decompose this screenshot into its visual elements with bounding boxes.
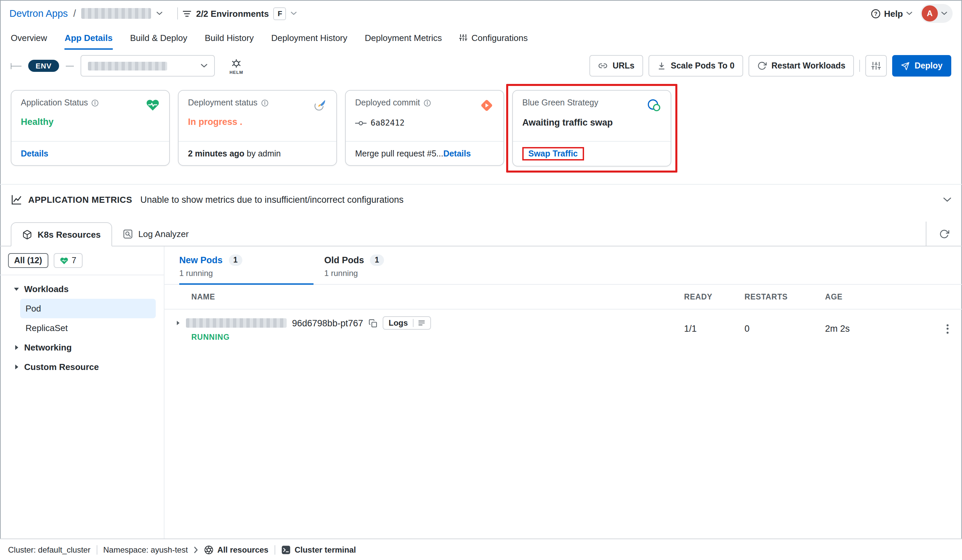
pod-ready: 1/1 [684, 324, 744, 334]
heart-icon [60, 256, 68, 265]
deployment-time: 2 minutes ago [188, 149, 244, 158]
metrics-message: Unable to show metrics due to insufficie… [140, 194, 404, 205]
tab-build-history[interactable]: Build History [205, 27, 254, 50]
tab-k8s-resources[interactable]: K8s Resources [11, 222, 112, 247]
sidebar-item-replicaset[interactable]: ReplicaSet [20, 318, 156, 338]
caret-right-icon [13, 364, 19, 370]
deployed-commit-card: Deployed commit 6a82412 [345, 90, 504, 166]
sidebar-item-pod[interactable]: Pod [20, 299, 156, 318]
env-connector-line [11, 66, 21, 66]
swap-traffic-link[interactable]: Swap Traffic [528, 149, 578, 158]
environments-selector[interactable]: 2/2 Environments F [177, 7, 297, 20]
refresh-button[interactable] [926, 221, 962, 246]
all-resources-icon [204, 545, 213, 554]
configurations-icon [460, 34, 468, 42]
all-resources-link[interactable]: All resources [204, 545, 268, 554]
redacted-app-name [81, 8, 151, 19]
kebab-menu-icon[interactable] [933, 324, 962, 333]
application-status-details-link[interactable]: Details [21, 149, 48, 158]
tab-label: Deployment Metrics [365, 32, 442, 43]
cluster-terminal-label: Cluster terminal [295, 545, 356, 554]
deployed-commit-details-link[interactable]: Details [444, 149, 471, 158]
filter-sliders-button[interactable] [866, 55, 887, 77]
helm-chart-indicator: HELM [229, 57, 243, 74]
blue-green-icon [646, 98, 661, 113]
sidebar-group-workloads[interactable]: Workloads [8, 279, 156, 299]
tab-app-details[interactable]: App Details [65, 27, 113, 50]
breadcrumb-devtron-apps[interactable]: Devtron Apps [10, 8, 68, 19]
tab-build-deploy[interactable]: Build & Deploy [130, 27, 187, 50]
application-status-card: Application Status Healthy Details [11, 90, 170, 166]
pod-restarts: 0 [744, 324, 825, 334]
log-analyzer-icon [123, 229, 133, 239]
deployment-status-title: Deployment status [188, 98, 257, 107]
row-expand-caret-icon[interactable] [175, 320, 181, 326]
scale-pods-button[interactable]: Scale Pods To 0 [649, 55, 743, 77]
deploy-label: Deploy [915, 61, 943, 71]
environment-dropdown[interactable] [81, 55, 215, 77]
metrics-chevron-icon[interactable] [943, 197, 951, 202]
user-menu[interactable]: A [920, 4, 952, 23]
sliders-icon [872, 61, 881, 71]
filter-all-chip[interactable]: All (12) [8, 253, 48, 268]
filter-healthy-chip[interactable]: 7 [53, 253, 82, 268]
old-pods-label: Old Pods [324, 255, 364, 265]
restart-workloads-label: Restart Workloads [772, 61, 845, 71]
link-icon [599, 61, 608, 71]
logs-button[interactable]: Logs [383, 316, 431, 330]
app-switcher-chevron-icon[interactable] [157, 11, 163, 15]
tab-old-pods[interactable]: Old Pods 1 1 running [324, 255, 458, 285]
env-filter-badge: F [274, 7, 286, 20]
terminal-icon [281, 545, 291, 554]
footer-divider [274, 545, 275, 554]
urls-label: URLs [613, 61, 634, 71]
logs-lines-icon [418, 320, 425, 326]
deployed-commit-title: Deployed commit [355, 98, 420, 107]
k8s-resources-content: All (12) 7 Workloads Pod ReplicaSe [0, 247, 962, 539]
cd-diamond-icon [479, 98, 494, 113]
sidebar-group-networking[interactable]: Networking [8, 338, 156, 357]
blue-green-status: Awaiting traffic swap [522, 118, 661, 127]
urls-button[interactable]: URLs [590, 55, 643, 77]
resource-tab-bar: K8s Resources Log Analyzer [0, 221, 962, 247]
healthy-count: 7 [71, 256, 76, 265]
copy-icon[interactable] [368, 319, 377, 328]
pod-age: 2m 2s [825, 324, 933, 334]
help-menu[interactable]: ? Help [871, 8, 912, 18]
tab-deployment-history[interactable]: Deployment History [271, 27, 347, 50]
k8s-resources-label: K8s Resources [37, 229, 101, 239]
restart-workloads-button[interactable]: Restart Workloads [749, 55, 854, 77]
tab-deployment-metrics[interactable]: Deployment Metrics [365, 27, 442, 50]
tab-new-pods[interactable]: New Pods 1 1 running [179, 255, 313, 285]
redacted-environment-name [88, 61, 167, 70]
svg-text:?: ? [874, 11, 877, 16]
environments-chevron-icon[interactable] [291, 11, 297, 15]
helm-label: HELM [229, 69, 243, 74]
app-details-page: Devtron Apps / 2/2 Environments F ? Help [0, 0, 962, 560]
environment-filter-icon [182, 10, 191, 17]
new-pods-running: 1 running [179, 269, 313, 278]
heart-pulse-icon [146, 98, 160, 112]
deploy-button[interactable]: Deploy [893, 55, 951, 77]
avatar: A [922, 5, 938, 21]
footer-cluster: Cluster: default_cluster [8, 545, 90, 554]
deployment-status-value: In progress . [188, 117, 327, 127]
tab-configurations[interactable]: Configurations [460, 27, 528, 50]
restart-icon [757, 61, 767, 71]
environment-toolbar: ENV HELM URLs S [0, 50, 962, 81]
commit-hash[interactable]: 6a82412 [371, 118, 405, 127]
column-header-age: AGE [825, 293, 933, 301]
replicaset-label: ReplicaSet [26, 323, 68, 333]
sidebar-divider [0, 274, 164, 275]
tab-overview[interactable]: Overview [11, 27, 47, 50]
environments-count-label: 2/2 Environments [196, 8, 269, 18]
tab-log-analyzer[interactable]: Log Analyzer [112, 221, 199, 246]
pod-name-suffix: 96d6798bb-pt767 [292, 318, 363, 328]
tab-label: Build History [205, 32, 254, 43]
cluster-terminal-link[interactable]: Cluster terminal [281, 545, 356, 554]
tab-label: Overview [11, 32, 47, 43]
column-header-restarts: RESTARTS [744, 293, 825, 301]
sidebar-group-custom-resource[interactable]: Custom Resource [8, 357, 156, 377]
helm-icon [229, 57, 243, 69]
info-icon [91, 99, 99, 107]
